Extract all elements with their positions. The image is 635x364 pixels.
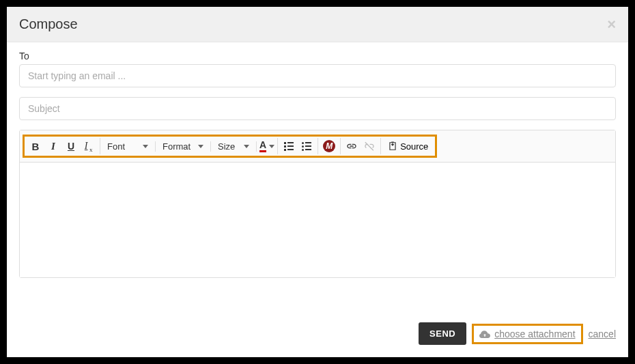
bullet-list-button[interactable] <box>298 138 315 154</box>
compose-modal: Compose × To B I U I Font <box>0 0 635 364</box>
send-button[interactable]: SEND <box>419 322 466 345</box>
link-button[interactable] <box>343 138 360 154</box>
font-select-label: Font <box>107 141 125 152</box>
m-circle-icon: M <box>323 140 335 152</box>
size-select-label: Size <box>218 141 235 152</box>
modal-body: To B I U I Font <box>7 42 628 286</box>
close-icon[interactable]: × <box>607 17 616 32</box>
size-select[interactable]: Size <box>214 141 253 152</box>
format-select-label: Format <box>163 141 190 152</box>
source-label: Source <box>400 141 428 152</box>
cancel-link[interactable]: cancel <box>589 328 616 339</box>
cloud-upload-icon <box>479 330 490 338</box>
merge-field-button[interactable]: M <box>321 138 337 154</box>
chevron-down-icon <box>269 145 274 148</box>
unlink-icon <box>364 141 375 152</box>
modal-title: Compose <box>19 16 78 32</box>
remove-format-button[interactable]: I <box>81 138 97 154</box>
numbered-list-button[interactable] <box>281 138 297 154</box>
source-button[interactable]: Source <box>384 141 432 152</box>
attachment-highlight: choose attachment <box>472 324 582 344</box>
bold-button[interactable]: B <box>27 138 44 154</box>
to-label: To <box>19 51 616 61</box>
choose-attachment-link[interactable]: choose attachment <box>494 328 575 339</box>
modal-footer: SEND choose attachment cancel <box>419 322 616 345</box>
italic-button[interactable]: I <box>45 138 61 154</box>
chevron-down-icon <box>244 145 249 148</box>
editor-toolbar: B I U I Font Format <box>20 130 615 163</box>
underline-button[interactable]: U <box>63 138 79 154</box>
unlink-button[interactable] <box>361 138 378 154</box>
chevron-down-icon <box>198 145 203 148</box>
format-select[interactable]: Format <box>158 141 208 152</box>
subject-input[interactable] <box>19 97 616 120</box>
to-input[interactable] <box>19 64 616 87</box>
rich-text-editor: B I U I Font Format <box>19 130 616 278</box>
text-color-icon: A <box>259 140 266 152</box>
toolbar-highlight: B I U I Font Format <box>23 135 437 158</box>
source-icon <box>388 141 397 151</box>
bullet-list-icon <box>302 142 311 151</box>
numbered-list-icon <box>284 142 294 151</box>
font-select[interactable]: Font <box>103 141 152 152</box>
text-color-button[interactable]: A <box>259 138 274 154</box>
modal-header: Compose × <box>7 7 628 42</box>
link-icon <box>346 141 357 152</box>
chevron-down-icon <box>143 145 148 148</box>
editor-content-area[interactable] <box>20 163 615 277</box>
